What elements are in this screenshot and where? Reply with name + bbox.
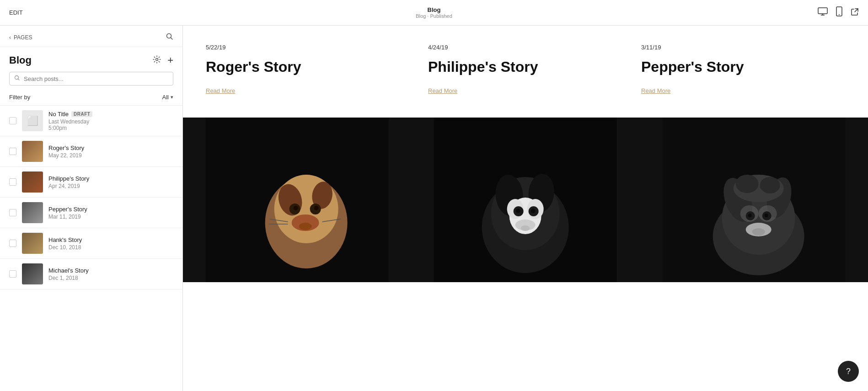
blog-post-title: Philippe's Story xyxy=(428,58,623,75)
post-date: Last Wednesday xyxy=(48,118,173,125)
blog-post-title: Roger's Story xyxy=(206,58,410,75)
svg-point-6 xyxy=(156,59,158,61)
top-bar-center: Blog Blog · Published xyxy=(416,6,452,19)
post-date: May 22, 2019 xyxy=(48,152,173,159)
desktop-icon[interactable] xyxy=(818,7,828,18)
blog-text-grid: 5/22/19Roger's StoryRead More4/24/19Phil… xyxy=(183,26,868,113)
posts-list: ⬜No TitleDRAFTLast Wednesday5:00pmRoger'… xyxy=(0,105,182,391)
filter-chevron-icon: ▾ xyxy=(171,94,173,100)
post-thumbnail xyxy=(22,141,43,162)
blog-image-card[interactable] xyxy=(640,118,868,282)
filter-bar: Filter by All ▾ xyxy=(0,91,182,105)
post-checkbox[interactable] xyxy=(9,148,16,155)
blog-image-card[interactable] xyxy=(183,118,411,282)
blog-post-title: Pepper's Story xyxy=(641,58,845,75)
post-title: Roger's Story xyxy=(48,145,84,151)
sidebar: ‹ PAGES Blog + xyxy=(0,26,183,391)
post-checkbox[interactable] xyxy=(9,178,16,186)
svg-point-51 xyxy=(752,228,765,236)
blog-image-card[interactable] xyxy=(411,118,639,282)
svg-point-42 xyxy=(735,175,758,193)
sidebar-blog-section: Blog + xyxy=(0,47,182,72)
post-thumbnail xyxy=(22,233,43,254)
mobile-icon[interactable] xyxy=(836,6,842,19)
main-layout: ‹ PAGES Blog + xyxy=(0,26,868,391)
draft-badge: DRAFT xyxy=(71,111,92,117)
add-post-button[interactable]: + xyxy=(167,54,173,66)
post-title: Michael's Story xyxy=(48,267,89,274)
search-box xyxy=(9,72,173,86)
back-chevron-icon: ‹ xyxy=(9,34,11,41)
blog-post-date: 5/22/19 xyxy=(206,44,410,51)
blog-post-date: 3/11/19 xyxy=(641,44,845,51)
filter-dropdown[interactable]: All ▾ xyxy=(162,94,173,101)
post-checkbox[interactable] xyxy=(9,240,16,247)
post-thumbnail xyxy=(22,263,43,284)
list-item[interactable]: Hank's StoryDec 10, 2018 xyxy=(0,228,182,259)
blog-card: 4/24/19Philippe's StoryRead More xyxy=(419,44,632,113)
sidebar-header: ‹ PAGES xyxy=(0,26,182,47)
svg-point-18 xyxy=(299,223,312,230)
post-title: Hank's Story xyxy=(48,236,82,243)
post-date: Mar 11, 2019 xyxy=(48,214,173,220)
post-date: Dec 1, 2018 xyxy=(48,275,173,281)
list-item[interactable]: Philippe's StoryApr 24, 2019 xyxy=(0,167,182,198)
sidebar-blog-actions: + xyxy=(153,54,173,66)
read-more-link[interactable]: Read More xyxy=(206,87,235,94)
search-box-icon xyxy=(14,75,20,82)
external-link-icon[interactable] xyxy=(851,8,859,18)
post-title: No Title xyxy=(48,111,69,118)
post-time: 5:00pm xyxy=(48,125,173,131)
svg-point-49 xyxy=(764,214,768,217)
post-date: Dec 10, 2018 xyxy=(48,244,173,251)
top-bar-actions xyxy=(818,6,859,19)
svg-point-43 xyxy=(760,177,780,193)
top-bar: EDIT Blog Blog · Published xyxy=(0,0,868,26)
blog-card: 5/22/19Roger's StoryRead More xyxy=(206,44,419,113)
svg-point-33 xyxy=(531,209,536,213)
list-item[interactable]: Pepper's StoryMar 11, 2019 xyxy=(0,198,182,228)
page-subtitle: Blog · Published xyxy=(416,13,452,19)
svg-point-4 xyxy=(839,14,840,15)
gear-icon[interactable] xyxy=(153,55,161,65)
svg-point-16 xyxy=(314,206,319,210)
pages-back-label: PAGES xyxy=(14,34,32,41)
blog-images-grid xyxy=(183,118,868,282)
svg-point-35 xyxy=(521,225,530,231)
post-checkbox[interactable] xyxy=(9,270,16,278)
help-button[interactable]: ? xyxy=(838,361,859,382)
post-thumbnail: ⬜ xyxy=(22,110,43,131)
page-title: Blog xyxy=(416,6,452,13)
post-title: Pepper's Story xyxy=(48,206,87,213)
post-checkbox[interactable] xyxy=(9,209,16,216)
read-more-link[interactable]: Read More xyxy=(428,87,457,94)
pages-back-button[interactable]: ‹ PAGES xyxy=(9,34,32,41)
read-more-link[interactable]: Read More xyxy=(641,87,670,94)
blog-card: 3/11/19Pepper's StoryRead More xyxy=(632,44,845,113)
list-item[interactable]: Roger's StoryMay 22, 2019 xyxy=(0,136,182,167)
post-checkbox[interactable] xyxy=(9,117,16,124)
filter-value: All xyxy=(162,94,169,101)
help-label: ? xyxy=(846,367,851,376)
post-title: Philippe's Story xyxy=(48,175,89,182)
filter-label: Filter by xyxy=(9,94,30,101)
search-input[interactable] xyxy=(24,75,168,82)
post-thumbnail xyxy=(22,171,43,193)
svg-point-48 xyxy=(748,214,751,217)
blog-post-date: 4/24/19 xyxy=(428,44,623,51)
edit-button[interactable]: EDIT xyxy=(9,9,23,16)
list-item[interactable]: ⬜No TitleDRAFTLast Wednesday5:00pm xyxy=(0,106,182,136)
svg-point-32 xyxy=(516,209,520,213)
content-area: 5/22/19Roger's StoryRead More4/24/19Phil… xyxy=(183,26,868,391)
sidebar-search-icon[interactable] xyxy=(166,33,173,42)
svg-point-15 xyxy=(294,206,298,210)
post-thumbnail xyxy=(22,202,43,223)
list-item[interactable]: Michael's StoryDec 1, 2018 xyxy=(0,259,182,289)
post-date: Apr 24, 2019 xyxy=(48,183,173,189)
sidebar-blog-title: Blog xyxy=(9,54,32,66)
svg-rect-0 xyxy=(818,8,827,14)
